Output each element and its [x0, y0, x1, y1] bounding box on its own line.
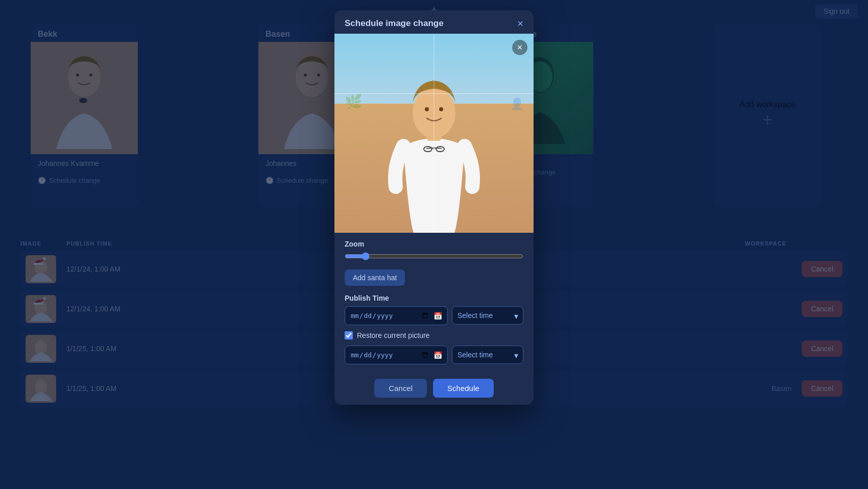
zoom-slider[interactable]	[345, 252, 523, 260]
restore-date-input-wrapper: 📅	[345, 346, 448, 364]
modal-overlay: Schedule image change ×	[0, 0, 868, 489]
crop-line-vertical	[434, 34, 435, 233]
modal-body: Zoom Add santa hat Publish Time 📅 Select…	[334, 233, 534, 372]
svg-point-25	[425, 107, 429, 111]
calendar-icon-2: 📅	[433, 351, 442, 359]
publish-time-label: Publish Time	[345, 294, 523, 302]
restore-checkbox[interactable]	[345, 331, 353, 339]
restore-row: Restore current picture	[345, 331, 523, 339]
publish-date-input-wrapper: 📅	[345, 306, 448, 325]
modal-close-button[interactable]: ×	[517, 18, 523, 29]
publish-time-select-wrapper: Select time 12:00 AM 1:00 AM 2:00 AM 6:0…	[452, 306, 523, 325]
restore-time-select[interactable]: Select time 12:00 AM 1:00 AM 2:00 AM 6:0…	[452, 346, 523, 364]
modal-footer: Cancel Schedule	[334, 372, 534, 405]
restore-label: Restore current picture	[357, 331, 429, 339]
crop-line-horizontal	[334, 93, 534, 94]
publish-date-field[interactable]	[350, 311, 429, 320]
publish-date-time-row: 📅 Select time 12:00 AM 1:00 AM 2:00 AM 6…	[345, 306, 523, 325]
restore-date-time-row: 📅 Select time 12:00 AM 1:00 AM 2:00 AM 6…	[345, 346, 523, 364]
schedule-image-change-modal: Schedule image change ×	[334, 10, 534, 405]
publish-time-section: Publish Time 📅 Select time 12:00 AM 1:00…	[345, 294, 523, 325]
modal-cancel-button[interactable]: Cancel	[374, 379, 427, 398]
publish-time-select[interactable]: Select time 12:00 AM 1:00 AM 2:00 AM 6:0…	[452, 306, 523, 325]
restore-time-select-wrapper: Select time 12:00 AM 1:00 AM 2:00 AM 6:0…	[452, 346, 523, 364]
calendar-icon: 📅	[433, 312, 442, 320]
restore-date-field[interactable]	[350, 351, 429, 359]
modal-schedule-button[interactable]: Schedule	[433, 379, 494, 398]
zoom-label: Zoom	[345, 240, 523, 248]
svg-point-26	[439, 107, 443, 111]
zoom-section: Zoom	[345, 240, 523, 262]
image-close-button[interactable]: ×	[512, 40, 527, 55]
modal-title: Schedule image change	[345, 18, 444, 29]
modal-header: Schedule image change ×	[334, 10, 534, 34]
add-santa-hat-button[interactable]: Add santa hat	[345, 270, 405, 286]
modal-image-container: 🌿 👤 ×	[334, 34, 534, 233]
